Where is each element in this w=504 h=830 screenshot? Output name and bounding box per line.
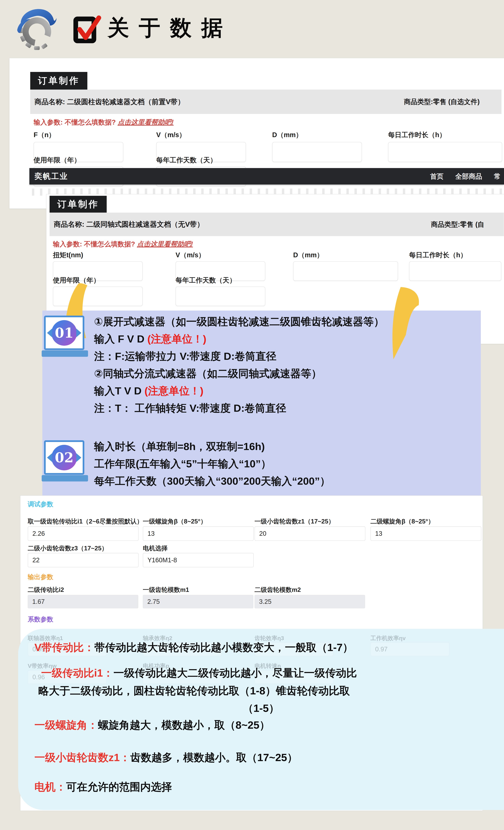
form1-field-label-f: F（n）: [34, 130, 55, 139]
output-value-m1: 2.75: [143, 595, 253, 608]
note-i1-line2: 略大于二级传动比，圆柱齿轮齿轮传动比取（1-8）锥齿轮传动比取: [38, 683, 350, 698]
coef-params-title: 系数参数: [28, 615, 53, 624]
step1-line1: ①展开式减速器（如一级圆柱齿轮减速二级圆锥齿轮减速器等）: [94, 315, 384, 329]
form1-field-label-hours: 每日工作时长（h）: [388, 130, 446, 139]
debug-input-beta2[interactable]: 13: [370, 526, 481, 541]
page: 关于数据 订单制作 商品名称: 二级圆柱齿轮减速器文档（前置V带） 商品类型:零…: [0, 0, 504, 830]
output-label-m2: 二级齿轮模数m2: [255, 586, 301, 594]
output-params-title: 输出参数: [28, 573, 53, 581]
form1-field-label-years: 使用年限（年）: [34, 155, 81, 165]
step-01-right-arrow-icon: [76, 328, 81, 337]
form2-titlebar: 商品名称: 二级同轴式圆柱减速器文档（无V带） 商品类型:零售 (自: [49, 213, 504, 236]
step1-line6: 注：T： 工作轴转矩 V:带速度 D:卷筒直径: [94, 401, 286, 415]
nav-item-home[interactable]: 首页: [430, 172, 443, 181]
step-01-number: 01: [52, 320, 77, 346]
step2-line2: 工作年限(五年输入“5”十年输入“10”）: [94, 457, 271, 471]
step1-line3: 注：F:运输带拉力 V:带速度 D:卷筒直径: [94, 349, 276, 363]
output-value-i2: 1.67: [28, 595, 138, 608]
step2-line3: 每年工作天数（300天输入“300”200天输入“200”）: [94, 474, 330, 488]
form2-input-years[interactable]: [53, 287, 143, 306]
form1-input-d[interactable]: [272, 142, 362, 162]
form1-product-type: 商品类型:零售 (自选文件): [404, 90, 480, 114]
navbar-menu: 首页 全部商品 常: [430, 172, 501, 181]
debug-label-i1: 取一级齿轮传动比i1（2~6尽量按照默认）: [28, 517, 143, 526]
form1-tab: 订单制作: [30, 72, 87, 90]
form2-product-name: 商品名称: 二级同轴式圆柱减速器文档（无V带）: [54, 213, 204, 236]
company-logo: [14, 6, 61, 51]
debug-label-beta2: 二级螺旋角β（8~25°）: [370, 517, 434, 526]
form2-field-label-torque: 扭矩t(nm): [53, 250, 83, 260]
form1-product-name: 商品名称: 二级圆柱齿轮减速器文档（前置V带）: [34, 90, 184, 114]
step-02-left-arrow-icon: [47, 453, 52, 462]
debug-input-z3[interactable]: 22: [28, 553, 139, 567]
output-label-m1: 一级齿轮模数m1: [143, 586, 189, 594]
step1-line5: 输入T V D (注意单位！): [94, 384, 203, 398]
form2-product-type: 商品类型:零售 (自: [431, 213, 484, 236]
note-motor: 电机：可在允许的范围内选择: [34, 780, 172, 794]
form1-help-link[interactable]: 点击这里看帮助吧!: [117, 119, 173, 126]
debug-input-beta1[interactable]: 13: [143, 526, 254, 541]
step-02-number: 02: [52, 445, 77, 470]
step1-line2: 输入 F V D (注意单位！): [94, 332, 206, 346]
note-vbelt-ratio: V带传动比：带传动比越大齿轮传动比越小模数变大，一般取（1-7）: [34, 640, 353, 655]
form2-field-label-days: 每年工作天数（天）: [175, 276, 236, 285]
step-01-base: [42, 350, 88, 357]
page-title: 关于数据: [107, 13, 233, 42]
note-helix-angle: 一级螺旋角：螺旋角越大，模数越小，取（8~25）: [34, 718, 270, 732]
note-i1-line3: （1-5）: [18, 701, 504, 715]
step2-line1: 输入时长（单班制=8h，双班制=16h): [94, 440, 265, 453]
form2-field-label-hours: 每日工作时长（h）: [409, 250, 467, 260]
form2-field-label-d: D（mm）: [293, 250, 324, 260]
nav-item-truncated[interactable]: 常: [494, 172, 501, 181]
debug-params-title: 调试参数: [28, 500, 53, 509]
form2-field-label-v: V（m/s）: [175, 250, 205, 260]
debug-input-i1[interactable]: 2.26: [28, 526, 139, 541]
form1-help: 输入参数: 不懂怎么填数据? 点击这里看帮助吧!: [34, 118, 173, 127]
debug-label-z3: 二级小齿轮齿数z3（17~25）: [28, 544, 108, 552]
navbar: 奕帆工业 首页 全部商品 常: [29, 168, 504, 185]
note-z1: 一级小齿轮齿数z1：齿数越多，模数越小。取（17~25）: [34, 751, 298, 765]
debug-label-beta1: 一级螺旋角β（8~25°）: [143, 517, 207, 526]
note-i1-line1: 一级传动比i1：一级传动比越大二级传动比越小，尽量让一级传动比: [41, 666, 357, 680]
form2-input-d[interactable]: [293, 261, 398, 281]
form2-help: 输入参数: 不懂怎么填数据? 点击这里看帮助吧!: [53, 240, 193, 249]
step-02-base: [42, 475, 88, 481]
form1-titlebar: 商品名称: 二级圆柱齿轮减速器文档（前置V带） 商品类型:零售 (自选文件): [30, 90, 502, 114]
motor-select[interactable]: Y160M1-8: [143, 553, 254, 567]
debug-label-motor: 电机选择: [143, 544, 168, 552]
form2-input-hours[interactable]: [409, 261, 501, 281]
form2-tab: 订单制作: [49, 196, 107, 213]
form2-help-link[interactable]: 点击这里看帮助吧!: [137, 240, 193, 248]
form2-input-days[interactable]: [175, 287, 265, 306]
form1-field-label-v: V（m/s）: [156, 130, 186, 139]
coef-label-machine: 工作机效率ηv: [370, 634, 406, 642]
step1-line4: ②同轴式分流式减速器（如二级同轴式减速器等）: [94, 366, 322, 381]
output-label-i2: 二级传动比i2: [28, 586, 64, 594]
checkbox-icon: [72, 15, 102, 44]
nav-item-all-products[interactable]: 全部商品: [455, 172, 482, 181]
coef-value-machine: 0.97: [370, 642, 449, 656]
step-02-badge: 02: [44, 440, 84, 475]
debug-input-z1[interactable]: 20: [255, 526, 365, 541]
form2-field-label-years: 使用年限（年）: [53, 276, 100, 285]
step-01-badge: 01: [44, 316, 84, 350]
output-value-m2: 3.25: [255, 595, 365, 608]
form1-help-text: 输入参数: 不懂怎么填数据?: [34, 119, 117, 126]
form1-input-hours[interactable]: [388, 142, 502, 162]
debug-label-z1: 一级小齿轮齿数z1（17~25）: [255, 517, 335, 526]
step-01-left-arrow-icon: [47, 328, 52, 337]
form1-field-label-d: D（mm）: [272, 130, 302, 139]
form1-field-label-days: 每年工作天数（天）: [156, 155, 217, 165]
step-02-right-arrow-icon: [76, 453, 81, 462]
navbar-brand[interactable]: 奕帆工业: [34, 171, 68, 182]
form2-help-text: 输入参数: 不懂怎么填数据?: [53, 240, 137, 248]
